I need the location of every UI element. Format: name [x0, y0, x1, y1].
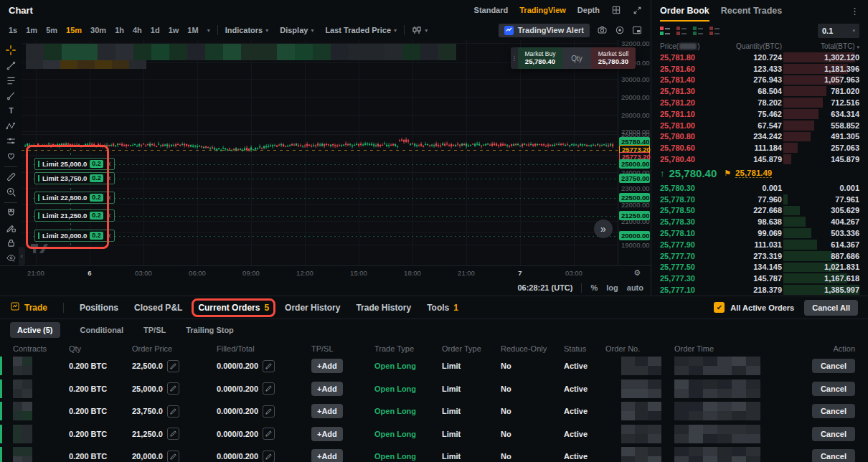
tab-trade[interactable]: Trade [10, 301, 47, 314]
draw-lock-icon[interactable] [2, 221, 19, 235]
market-buy-button[interactable]: Market Buy 25,780.40 [518, 47, 562, 69]
limit-order-tag[interactable]: Limit 22,500.00.2✕ [34, 192, 115, 204]
tab-closed-p-l[interactable]: Closed P&L [134, 303, 182, 313]
orderbook-mode-3-icon[interactable] [693, 27, 703, 35]
pip-window-icon[interactable] [632, 25, 642, 35]
qty-field[interactable]: Qty [562, 47, 591, 69]
edit-icon[interactable] [263, 428, 275, 440]
timeframe-1s[interactable]: 1s [9, 26, 17, 34]
crosshair-icon[interactable] [2, 43, 19, 57]
orderbook-mode-1-icon[interactable] [660, 27, 670, 35]
cancel-all-button[interactable]: Cancel All [804, 300, 858, 316]
ruler-icon[interactable] [2, 170, 19, 184]
menu-display[interactable]: Display▾ [280, 26, 313, 34]
target-icon[interactable] [615, 25, 625, 35]
tpsl-add-button[interactable]: +Add [311, 427, 343, 441]
timeframe-5m[interactable]: 5m [46, 26, 57, 34]
limit-order-tag[interactable]: Limit 23,750.00.2✕ [34, 172, 115, 184]
bid-row[interactable]: 25,777.10218.3791,385.997 [651, 284, 868, 296]
ask-row[interactable]: 25,781.3068.504781.020 [651, 85, 868, 97]
timeframe-30m[interactable]: 30m [90, 26, 106, 34]
edit-icon[interactable] [263, 405, 275, 418]
scroll-to-latest-button[interactable]: » [594, 220, 613, 238]
close-icon[interactable]: ✕ [106, 194, 112, 202]
tpsl-add-button[interactable]: +Add [311, 359, 343, 373]
timeframe-1m[interactable]: 1M [187, 26, 198, 34]
trendline-icon[interactable] [2, 58, 19, 72]
limit-order-tag[interactable]: Limit 21,250.00.2✕ [34, 209, 115, 222]
view-mode-depth[interactable]: Depth [577, 6, 600, 14]
menu-indicators[interactable]: Indicators▾ [225, 26, 269, 34]
all-active-orders-checkbox[interactable]: ✔ [714, 302, 725, 313]
xabcd-pattern-icon[interactable] [2, 118, 19, 133]
cancel-order-button[interactable]: Cancel [812, 382, 855, 396]
subtab-trailing-stop[interactable]: Trailing Stop [186, 326, 234, 334]
scale-log-button[interactable]: log [606, 283, 618, 292]
close-icon[interactable]: ✕ [106, 212, 112, 220]
tab-trade-history[interactable]: Trade History [356, 303, 411, 313]
tab-order-book[interactable]: Order Book [660, 0, 709, 22]
menu-last-traded-price[interactable]: Last Traded Price▾ [325, 26, 397, 34]
bid-row[interactable]: 25,778.1099.069503.336 [651, 227, 868, 239]
grouping-select[interactable]: 0.1 ▾ [818, 24, 859, 38]
close-icon[interactable]: ✕ [106, 232, 112, 240]
close-icon[interactable]: ✕ [106, 175, 112, 182]
limit-order-tag[interactable]: Limit 25,000.00.2✕ [34, 158, 115, 170]
chevron-down-icon[interactable]: ▾ [857, 44, 859, 50]
ask-row[interactable]: 25,780.60111.184257.063 [651, 142, 868, 154]
shapes-heart-icon[interactable] [2, 149, 19, 164]
ask-row[interactable]: 25,780.40145.879145.879 [651, 154, 868, 165]
tab-recent-trades[interactable]: Recent Trades [721, 0, 782, 22]
chevron-down-icon[interactable]: ▾ [207, 27, 210, 34]
kebab-menu-icon[interactable]: ⋮ [850, 6, 859, 16]
mark-price[interactable]: 25,781.49 [735, 169, 772, 178]
lock-icon[interactable] [2, 236, 19, 250]
bid-row[interactable]: 25,780.300.0010.001 [651, 182, 868, 194]
toolbar-collapse-handle[interactable]: ‹ [19, 247, 25, 265]
close-icon[interactable]: ✕ [106, 161, 112, 168]
bid-row[interactable]: 25,778.7077.96077.961 [651, 194, 868, 205]
edit-icon[interactable] [167, 451, 179, 462]
cancel-order-button[interactable]: Cancel [812, 427, 855, 441]
scale-auto-button[interactable]: auto [627, 283, 643, 292]
bid-row[interactable]: 25,778.3098.638404.267 [651, 216, 868, 227]
last-price-row[interactable]: ↑ 25,780.40 ⚑ 25,781.49 [651, 165, 868, 182]
tab-positions[interactable]: Positions [80, 303, 118, 313]
edit-icon[interactable] [263, 451, 275, 462]
edit-icon[interactable] [167, 382, 179, 395]
bid-row[interactable]: 25,777.30145.7871,167.618 [651, 273, 868, 284]
timeframe-4h[interactable]: 4h [133, 26, 142, 34]
tradingview-alert-button[interactable]: TradingView Alert [499, 24, 590, 37]
projection-tool-icon[interactable] [2, 133, 19, 148]
edit-icon[interactable] [263, 360, 275, 372]
timeframe-15m[interactable]: 15m [66, 26, 82, 34]
tab-tools[interactable]: Tools1 [427, 303, 458, 313]
timeframe-1d[interactable]: 1d [151, 26, 160, 34]
price-axis[interactable]: 32000.0031000.0030000.0029000.0028000.00… [618, 40, 651, 265]
tab-order-history[interactable]: Order History [285, 303, 340, 313]
edit-icon[interactable] [167, 360, 179, 372]
expand-icon[interactable] [633, 6, 642, 15]
tab-current-orders[interactable]: Current Orders5 [198, 303, 269, 313]
tpsl-add-button[interactable]: +Add [311, 382, 343, 396]
fib-retracement-icon[interactable] [2, 73, 19, 88]
ask-row[interactable]: 25,781.40276.9431,057.963 [651, 75, 868, 86]
timeframe-1h[interactable]: 1h [115, 26, 124, 34]
orderbook-mode-2-icon[interactable] [676, 27, 687, 35]
time-axis[interactable]: 21:00603:0006:0009:0012:0015:0018:0021:0… [0, 265, 651, 280]
bid-row[interactable]: 25,777.50134.1451,021.831 [651, 262, 868, 273]
widget-drag-handle[interactable]: ⋮ [511, 47, 518, 69]
bid-row[interactable]: 25,777.90111.031614.367 [651, 239, 868, 250]
camera-icon[interactable] [597, 25, 608, 35]
edit-icon[interactable] [263, 382, 275, 395]
magnet-icon[interactable] [2, 206, 19, 220]
subtab-tp-sl[interactable]: TP/SL [143, 326, 166, 334]
ask-row[interactable]: 25,780.80234.242491.305 [651, 131, 868, 143]
ask-row[interactable]: 25,781.80120.7241,302.120 [651, 52, 868, 63]
market-sell-button[interactable]: Market Sell 25,780.30 [591, 47, 636, 69]
ask-row[interactable]: 25,781.0067.547558.852 [651, 120, 868, 131]
ask-row[interactable]: 25,781.1075.462634.314 [651, 108, 868, 120]
limit-order-tag[interactable]: Limit 20,000.00.2✕ [34, 230, 115, 242]
timeframe-1m[interactable]: 1m [26, 26, 37, 34]
layout-grid-icon[interactable] [611, 5, 621, 15]
